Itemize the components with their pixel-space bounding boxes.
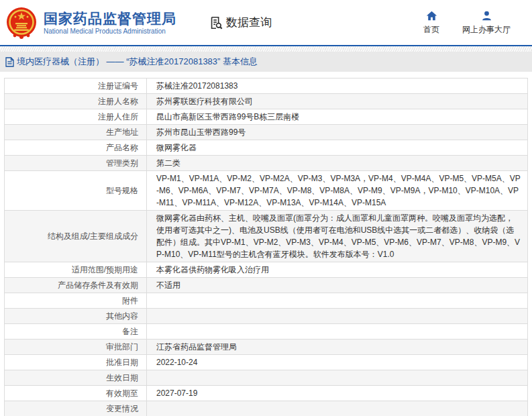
table-row: 注册人名称 苏州雾联医疗科技有限公司 [5,94,528,109]
table-row: 管理类别 第二类 [5,156,528,171]
row-value: 江苏省药品监督管理局 [147,340,528,355]
table-row: 注册证编号 苏械注准20172081383 [5,79,528,94]
breadcrumb: 境内医疗器械（注册） —— “苏械注准20172081383” 基本信息 [0,52,532,72]
row-label: 注册证编号 [5,79,147,94]
row-label: 备注 [5,324,147,340]
table-row: 生产地址 苏州市昆山玉带西路99号 [5,125,528,140]
row-value [147,309,528,324]
row-label: 型号规格 [5,171,147,211]
site-logo: 国家药品监督管理局 National Medical Products Admi… [5,7,176,39]
row-label: 变更情况 [5,401,147,416]
table-row: 附件 [5,293,528,309]
data-query-label: 数据查询 [226,15,272,30]
table-row: 生效日期 [5,370,528,386]
row-value: 微网雾化器 [147,140,528,156]
nav-item-service-hall[interactable]: 网上办事大厅 [462,10,511,36]
table-row: 型号规格 VP-M1、VP-M1A、VP-M2、VP-M2A、VP-M3、VP-… [5,171,528,211]
table-row: 其他内容 [5,309,528,324]
row-label: 审批部门 [5,340,147,355]
row-label: 生产地址 [5,125,147,140]
row-value [147,293,528,309]
row-label: 结构及组成/主要组成成分 [5,211,147,262]
row-value [147,324,528,340]
row-value: 2022-10-24 [147,355,528,370]
table-row: 产品储存条件及有效期 不适用 [5,278,528,293]
row-label: 产品名称 [5,140,147,156]
home-icon [426,10,437,21]
row-label: 有效期至 [5,386,147,401]
row-value: 昆山市高新区玉带西路99号B栋三层南楼 [147,109,528,125]
document-icon [5,57,14,67]
table-row: 注册人住所 昆山市高新区玉带西路99号B栋三层南楼 [5,109,528,125]
row-label: 生效日期 [5,370,147,386]
registration-info-table: 注册证编号 苏械注准20172081383 注册人名称 苏州雾联医疗科技有限公司… [4,78,528,416]
row-value: 苏械注准20172081383 [147,79,528,94]
data-query-tab[interactable]: 数据查询 [209,15,272,30]
row-value: 不适用 [147,278,528,293]
row-label: 管理类别 [5,156,147,171]
row-label: 附件 [5,293,147,309]
site-subtitle: National Medical Products Administration [44,28,176,35]
table-row: 有效期至 2027-07-19 [5,386,528,401]
top-nav: 首页 网上办事大厅 [423,10,520,36]
table-row: 变更情况 [5,401,528,416]
nav-item-home[interactable]: 首页 [423,10,439,36]
row-value: 第二类 [147,156,528,171]
table-row: 结构及组成/主要组成成分 微网雾化器由药杯、主机、咬嘴及面罩(面罩分为：成人面罩… [5,211,528,262]
site-title: 国家药品监督管理局 [44,11,176,27]
nav-label-service-hall: 网上办事大厅 [462,24,511,36]
table-row: 备注 [5,324,528,340]
table-row: 审批部门 江苏省药品监督管理局 [5,340,528,355]
breadcrumb-text: 境内医疗器械（注册） —— “苏械注准20172081383” 基本信息 [17,56,258,68]
row-value: 苏州雾联医疗科技有限公司 [147,94,528,109]
nav-label-home: 首页 [423,24,439,36]
row-value [147,370,528,386]
row-label: 注册人住所 [5,109,147,125]
row-label: 其他内容 [5,309,147,324]
table-row: 产品名称 微网雾化器 [5,140,528,156]
national-emblem-icon [5,7,38,39]
row-value: VP-M1、VP-M1A、VP-M2、VP-M2A、VP-M3、VP-M3A，V… [147,171,528,211]
table-row: 适用范围/预期用途 本雾化器供药物雾化吸入治疗用 [5,262,528,278]
row-value [147,401,528,416]
site-header: 国家药品监督管理局 National Medical Products Admi… [0,0,532,45]
row-label: 注册人名称 [5,94,147,109]
row-value: 苏州市昆山玉带西路99号 [147,125,528,140]
row-label: 适用范围/预期用途 [5,262,147,278]
row-value: 本雾化器供药物雾化吸入治疗用 [147,262,528,278]
row-label: 产品储存条件及有效期 [5,278,147,293]
main-content: 注册证编号 苏械注准20172081383 注册人名称 苏州雾联医疗科技有限公司… [0,72,532,416]
user-icon [481,10,492,21]
striped-band [0,46,532,52]
row-value: 微网雾化器由药杯、主机、咬嘴及面罩(面罩分为：成人面罩和儿童面罩两种。咬嘴及面罩… [147,211,528,262]
row-label: 批准日期 [5,355,147,370]
table-row: 批准日期 2022-10-24 [5,355,528,370]
row-value: 2027-07-19 [147,386,528,401]
document-search-icon [209,15,223,30]
